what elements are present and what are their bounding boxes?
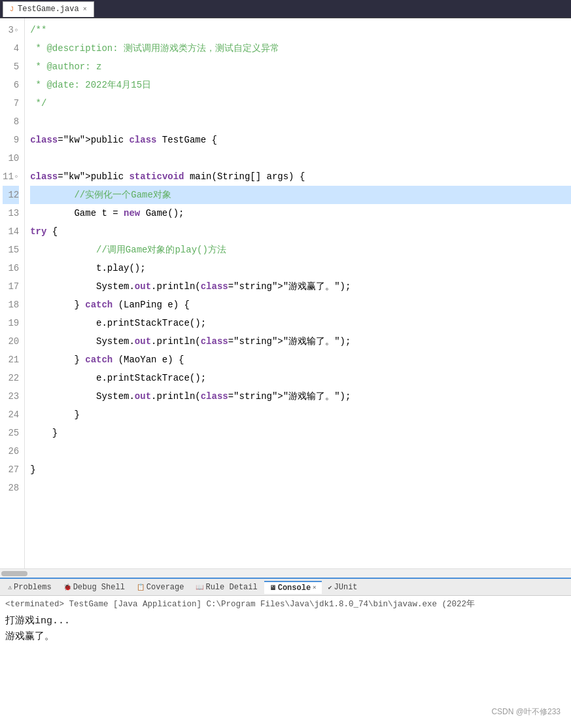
line-number: 22	[3, 369, 19, 387]
code-line: * @description: 测试调用游戏类方法，测试自定义异常	[30, 39, 571, 58]
line-number: 23	[3, 387, 19, 406]
line-number: 12	[3, 186, 19, 204]
line-number: 26	[3, 442, 19, 460]
code-line: t.play();	[30, 259, 571, 277]
line-number: 8	[3, 113, 19, 131]
console-output: 打游戏ing...游戏赢了。	[5, 614, 566, 645]
bottom-panel: ⚠Problems🐞Debug Shell📋Coverage📖Rule Deta…	[0, 578, 571, 728]
panel-tab-close[interactable]: ×	[313, 585, 316, 591]
code-line	[30, 149, 571, 167]
problems-icon: ⚠	[8, 583, 12, 591]
tab-filename: TestGame.java	[18, 5, 79, 14]
code-line: * @author: z	[30, 58, 571, 76]
tab-bar: J TestGame.java ×	[0, 0, 571, 18]
code-line: }	[30, 460, 571, 479]
code-line: }	[30, 406, 571, 424]
code-area: 3◦4567891011◦121314151617181920212223242…	[0, 18, 571, 568]
console-content: <terminated> TestGame [Java Application]…	[0, 596, 571, 728]
line-numbers: 3◦4567891011◦121314151617181920212223242…	[0, 18, 25, 568]
console-icon: 🖥	[269, 584, 276, 592]
console-output-line: 游戏赢了。	[5, 629, 566, 645]
line-number: 7	[3, 94, 19, 113]
panel-tabs: ⚠Problems🐞Debug Shell📋Coverage📖Rule Deta…	[0, 579, 571, 596]
rule-detail-icon: 📖	[196, 583, 203, 591]
code-line: System.out.println(class="string">"游戏赢了。…	[30, 277, 571, 296]
line-number: 11◦	[3, 167, 19, 186]
code-line: } catch (LanPing e) {	[30, 296, 571, 314]
line-number: 21	[3, 351, 19, 369]
panel-tab-problems[interactable]: ⚠Problems	[3, 581, 57, 593]
panel-tab-console[interactable]: 🖥Console×	[264, 581, 322, 594]
code-line: try {	[30, 222, 571, 241]
line-number: 15	[3, 241, 19, 259]
coverage-icon: 📋	[137, 583, 145, 591]
line-number: 10	[3, 149, 19, 167]
panel-tab-rule-detail[interactable]: 📖Rule Detail	[190, 581, 262, 593]
code-line: /**	[30, 21, 571, 39]
code-line: Game t = new Game();	[30, 204, 571, 222]
editor-area: 3◦4567891011◦121314151617181920212223242…	[0, 18, 571, 578]
line-number: 16	[3, 259, 19, 277]
code-line: System.out.println(class="string">"游戏输了。…	[30, 387, 571, 406]
console-output-line: 打游戏ing...	[5, 614, 566, 629]
code-line: }	[30, 424, 571, 442]
panel-tab-label: Console	[278, 583, 311, 593]
file-tab[interactable]: J TestGame.java ×	[3, 1, 94, 17]
line-number: 17	[3, 277, 19, 296]
tab-close-button[interactable]: ×	[83, 6, 87, 13]
panel-tab-junit[interactable]: ✔JUnit	[323, 581, 363, 593]
code-line: } catch (MaoYan e) {	[30, 351, 571, 369]
line-number: 13	[3, 204, 19, 222]
line-number: 6	[3, 76, 19, 94]
panel-tab-label: Coverage	[147, 583, 184, 592]
panel-tab-label: Debug Shell	[73, 583, 125, 592]
line-number: 20	[3, 332, 19, 351]
line-number: 19	[3, 314, 19, 332]
line-number: 9	[3, 131, 19, 149]
code-line: class="kw">public class TestGame {	[30, 131, 571, 149]
panel-tab-label: Problems	[14, 583, 52, 592]
panel-tab-coverage[interactable]: 📋Coverage	[131, 581, 190, 593]
panel-tab-label: Rule Detail	[205, 583, 257, 592]
line-number: 3◦	[3, 21, 19, 39]
code-line: e.printStackTrace();	[30, 369, 571, 387]
line-number: 18	[3, 296, 19, 314]
line-number: 24	[3, 406, 19, 424]
code-line	[30, 479, 571, 497]
line-number: 25	[3, 424, 19, 442]
line-number: 27	[3, 460, 19, 479]
code-line: class="kw">public static void main(Strin…	[30, 167, 571, 186]
code-line	[30, 442, 571, 460]
panel-tab-label: JUnit	[334, 583, 358, 592]
junit-icon: ✔	[328, 583, 332, 591]
line-number: 4	[3, 39, 19, 58]
console-terminated-line: <terminated> TestGame [Java Application]…	[5, 598, 566, 610]
code-content[interactable]: /** * @description: 测试调用游戏类方法，测试自定义异常 * …	[25, 18, 571, 568]
line-number: 14	[3, 222, 19, 241]
scrollbar-thumb[interactable]	[1, 571, 27, 576]
code-line: //调用Game对象的play()方法	[30, 241, 571, 259]
code-line: */	[30, 94, 571, 113]
debug-shell-icon: 🐞	[63, 583, 71, 591]
watermark: CSDN @叶不修233	[491, 706, 561, 718]
code-line: System.out.println(class="string">"游戏输了。…	[30, 332, 571, 351]
code-line: //实例化一个Game对象	[30, 186, 571, 204]
code-line: e.printStackTrace();	[30, 314, 571, 332]
line-number: 5	[3, 58, 19, 76]
panel-tab-debug-shell[interactable]: 🐞Debug Shell	[58, 581, 130, 593]
horizontal-scrollbar[interactable]	[0, 568, 571, 578]
code-line	[30, 113, 571, 131]
line-number: 28	[3, 479, 19, 497]
code-line: * @date: 2022年4月15日	[30, 76, 571, 94]
java-file-icon: J	[10, 6, 14, 13]
